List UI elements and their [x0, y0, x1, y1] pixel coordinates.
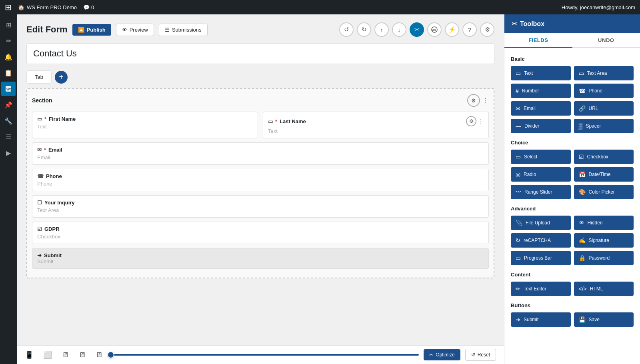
preview-button[interactable]: 👁 Preview — [116, 24, 154, 36]
field-fileupload-button[interactable]: 📎 File Upload — [511, 216, 571, 230]
editor-title-area: Edit Form 🔼 Publish 👁 Preview ☰ Submissi… — [26, 24, 208, 36]
reset-icon: ↺ — [471, 352, 475, 358]
optimize-icon: ✂ — [429, 352, 433, 358]
help-button[interactable]: ? — [462, 22, 477, 37]
gdpr-field[interactable]: ☑ GDPR Checkbox — [32, 222, 489, 244]
sidebar-item-pin[interactable]: 📌 — [1, 98, 16, 112]
first-name-field[interactable]: ▭ * First Name Text — [32, 112, 258, 138]
desktop-small-icon[interactable]: 🖥 — [78, 351, 86, 359]
advanced-grid: 📎 File Upload 👁 Hidden ↻ reCAPTCHA ✍ Sig… — [511, 216, 634, 265]
choice-section-title: Choice — [511, 140, 634, 146]
add-tab-button[interactable]: + — [55, 71, 68, 84]
sidebar-item-tools[interactable]: 🔧 — [1, 114, 16, 128]
checkbox-empty-icon: ☐ — [37, 200, 42, 206]
toolbox-body: Basic ▭ Text ▭ Text Area # Number ☎ Phon… — [504, 48, 640, 340]
email-field-icon: ✉ — [516, 105, 520, 112]
desktop-large-icon[interactable]: 🖥 — [95, 351, 102, 359]
field-datetime-button[interactable]: 📅 Date/Time — [574, 167, 634, 182]
tools-button[interactable]: ✂ — [410, 22, 424, 37]
field-textarea-button[interactable]: ▭ Text Area — [574, 66, 634, 80]
sidebar-item-forms[interactable]: 📋 — [1, 66, 16, 80]
zoom-thumb[interactable] — [107, 351, 114, 358]
field-texteditor-button[interactable]: ✏ Text Editor — [511, 282, 571, 296]
field-phone-button[interactable]: ☎ Phone — [574, 84, 634, 98]
tab-item[interactable]: Tab — [26, 70, 52, 84]
upload-button[interactable]: ↑ — [374, 22, 389, 37]
sidebar-item-play[interactable]: ▶ — [1, 146, 16, 160]
zoom-track[interactable] — [107, 354, 419, 356]
field-radio-button[interactable]: ◎ Radio — [511, 167, 571, 182]
section-dots-button[interactable]: ⋮ — [482, 97, 489, 104]
lightning-button[interactable]: ⚡ — [445, 22, 459, 37]
field-colorpicker-button[interactable]: 🎨 Color Picker — [574, 185, 634, 199]
form-name-input[interactable] — [26, 43, 494, 64]
field-spacer-button[interactable]: ▒ Spacer — [574, 119, 634, 133]
sidebar-item-ws[interactable]: WS — [1, 82, 16, 96]
publish-button[interactable]: 🔼 Publish — [72, 24, 111, 36]
logo-circle-button[interactable]: WS — [427, 22, 442, 37]
sidebar-item-notifications[interactable]: 🔔 — [1, 50, 16, 64]
last-name-field[interactable]: ▭ * Last Name ⚙ ⋮ Text — [263, 112, 489, 138]
svg-text:WS: WS — [432, 29, 436, 31]
toolbox-scissor-icon: ✂ — [512, 20, 517, 28]
wp-logo-icon[interactable]: ⊞ — [5, 2, 12, 12]
first-name-label: ▭ * First Name — [37, 116, 76, 122]
site-link[interactable]: 🏠 WS Form PRO Demo — [18, 4, 77, 10]
inquiry-header: ☐ Your Inquiry — [37, 200, 484, 206]
home-icon: 🏠 — [18, 4, 24, 10]
email-field[interactable]: ✉ * Email Email — [32, 142, 489, 165]
user-greeting: Howdy, joecanwrite@gmail.com — [562, 4, 635, 10]
section-gear-button[interactable]: ⚙ — [467, 94, 480, 107]
top-bar-left: ⊞ 🏠 WS Form PRO Demo 💬 0 — [5, 2, 94, 12]
textarea-icon: ▭ — [579, 70, 584, 76]
undo-button[interactable]: ↺ — [339, 22, 354, 37]
last-name-dots[interactable]: ⋮ — [478, 118, 484, 124]
last-name-header: ▭ * Last Name ⚙ ⋮ — [268, 116, 484, 126]
sidebar-item-menu[interactable]: ☰ — [1, 130, 16, 144]
sidebar-item-edit[interactable]: ✏ — [1, 34, 16, 48]
email-placeholder: Email — [37, 154, 484, 160]
field-text-button[interactable]: ▭ Text — [511, 66, 571, 80]
tab-fields[interactable]: FIELDS — [504, 33, 572, 48]
last-name-controls: ⚙ ⋮ — [466, 116, 484, 126]
settings-button[interactable]: ⚙ — [480, 22, 494, 37]
field-password-button[interactable]: 🔒 Password — [574, 251, 634, 265]
field-save-btn[interactable]: 💾 Save — [574, 312, 634, 327]
publish-icon: 🔼 — [78, 27, 84, 33]
field-url-button[interactable]: 🔗 URL — [574, 101, 634, 116]
field-recaptcha-button[interactable]: ↻ reCAPTCHA — [511, 233, 571, 248]
sidebar-item-dashboard[interactable]: ⊞ — [1, 18, 16, 32]
submissions-button[interactable]: ☰ Submissions — [159, 24, 208, 36]
phone-field[interactable]: ☎ Phone Phone — [32, 169, 489, 191]
select-icon: ▭ — [516, 154, 521, 160]
field-submit-btn[interactable]: ➜ Submit — [511, 312, 571, 327]
tablet-landscape-icon[interactable]: 🖥 — [62, 351, 69, 359]
field-hidden-button[interactable]: 👁 Hidden — [574, 216, 634, 230]
tablet-portrait-icon[interactable]: ⬜ — [43, 350, 52, 359]
field-divider-button[interactable]: — Divider — [511, 119, 571, 133]
last-name-gear[interactable]: ⚙ — [466, 116, 476, 126]
field-email-button[interactable]: ✉ Email — [511, 101, 571, 116]
field-signature-button[interactable]: ✍ Signature — [574, 233, 634, 248]
inquiry-field[interactable]: ☐ Your Inquiry Text Area — [32, 195, 489, 218]
optimize-button[interactable]: ✂ Optimize — [424, 349, 460, 360]
field-number-button[interactable]: # Number — [511, 84, 571, 98]
phone-label: ☎ Phone — [37, 173, 62, 179]
field-progressbar-button[interactable]: ▭ Progress Bar — [511, 251, 571, 265]
download-button[interactable]: ↓ — [392, 22, 406, 37]
field-range-button[interactable]: 〰 Range Slider — [511, 185, 571, 199]
reset-button[interactable]: ↺ Reset — [465, 349, 496, 361]
field-checkbox-button[interactable]: ☑ Checkbox — [574, 150, 634, 164]
basic-section-title: Basic — [511, 56, 634, 62]
redo-button[interactable]: ↻ — [357, 22, 371, 37]
mobile-icon[interactable]: 📱 — [25, 350, 34, 359]
tab-undo[interactable]: UNDO — [572, 33, 640, 47]
section-title: Section — [32, 97, 52, 104]
buttons-grid: ➜ Submit 💾 Save — [511, 312, 634, 327]
email-row: ✉ * Email Email — [32, 142, 489, 165]
field-select-button[interactable]: ▭ Select — [511, 150, 571, 164]
content-section-title: Content — [511, 272, 634, 278]
submit-field[interactable]: ➜ Submit Submit — [32, 248, 489, 269]
comments-link[interactable]: 💬 0 — [83, 4, 94, 10]
field-html-button[interactable]: </> HTML — [574, 282, 634, 296]
